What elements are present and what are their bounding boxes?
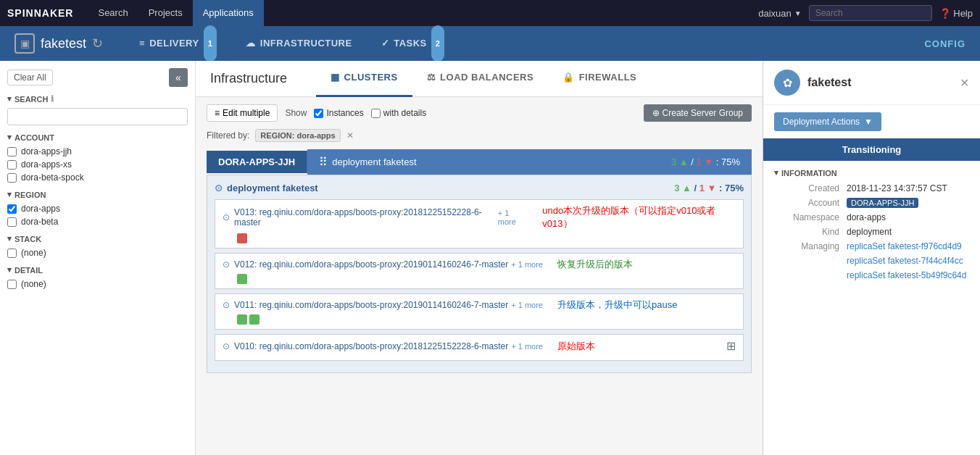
- tasks-badge: 2: [431, 25, 445, 62]
- app-navigation: ▣ faketest ↻ ≡ DELIVERY 1 ☁ INFRASTRUCTU…: [0, 26, 980, 61]
- search-section-toggle[interactable]: ▾: [7, 94, 12, 104]
- sidebar-search-input[interactable]: [7, 108, 188, 125]
- app-name: faketest: [41, 36, 86, 51]
- nav-projects[interactable]: Projects: [138, 0, 193, 26]
- app-icon: ▣: [14, 33, 35, 54]
- info-value-managing-2[interactable]: replicaSet faketest-7f44c4f4cc: [847, 256, 963, 266]
- refresh-icon[interactable]: ↻: [92, 36, 103, 51]
- cluster-tab-dora-apps-jjh[interactable]: DORA-APPS-JJH: [207, 151, 307, 173]
- info-label-managing-2: [774, 256, 839, 266]
- top-navigation: SPINNAKER Search Projects Applications d…: [0, 0, 980, 26]
- info-row-managing-1: Managing replicaSet faketest-f976cd4d9: [774, 241, 969, 251]
- tab-firewalls[interactable]: 🔒 FIREWALLS: [548, 61, 651, 97]
- info-toggle-icon[interactable]: ▾: [774, 168, 778, 178]
- account-item-spock: dora-beta-spock: [7, 172, 188, 183]
- version-row-v010: ⊙ V010: reg.qiniu.com/dora-apps/boots-pr…: [215, 334, 744, 361]
- info-row-account: Account DORA-APPS-JJH: [774, 198, 969, 208]
- help-button[interactable]: ❓ Help: [939, 8, 973, 19]
- region-checkbox-dora-beta[interactable]: [7, 217, 17, 227]
- close-panel-button[interactable]: ✕: [960, 76, 969, 90]
- server-group-name: deployment faketest: [227, 183, 318, 193]
- deployment-actions-button[interactable]: Deployment Actions ▼: [774, 112, 881, 131]
- clear-all-button[interactable]: Clear All: [7, 70, 53, 85]
- transitioning-status-bar: Transitioning: [763, 138, 980, 161]
- detail-section-title: ▾ DETAIL: [7, 265, 188, 275]
- info-value-kind: deployment: [847, 227, 892, 237]
- instances-checkbox[interactable]: [314, 109, 323, 118]
- v012-name[interactable]: V012: reg.qiniu.com/dora-apps/boots-prox…: [234, 259, 508, 270]
- filtered-by-label: Filtered by:: [207, 130, 249, 141]
- with-details-checkbox-label: with details: [371, 108, 426, 118]
- info-value-managing-3[interactable]: replicaSet faketest-5b49f9c64d: [847, 270, 966, 280]
- tab-clusters[interactable]: ▦ CLUSTERS: [316, 61, 412, 97]
- infrastructure-icon: ☁: [246, 26, 256, 61]
- instance-block: [237, 274, 247, 284]
- edit-icon: ≡: [215, 108, 220, 118]
- info-label-managing: Managing: [774, 241, 839, 251]
- info-row-managing-2: replicaSet faketest-7f44c4f4cc: [774, 256, 969, 266]
- region-item-dora-beta: dora-beta: [7, 217, 188, 227]
- delivery-icon: ≡: [139, 26, 145, 61]
- instance-block-2: [249, 314, 259, 325]
- server-group-container: ⊙ deployment faketest 3 ▲ / 1 ▼ : 75%: [207, 175, 752, 373]
- v011-annotation: 升级版本，升级中可以pause: [557, 299, 677, 312]
- page-body: Clear All « ▾ SEARCH ℹ ▾ ACCOUNT dora-ap…: [0, 61, 980, 455]
- account-checkbox-xs[interactable]: [7, 160, 17, 170]
- stats-down: 1 ▼: [696, 156, 715, 167]
- v010-more-link[interactable]: + 1 more: [511, 342, 543, 351]
- create-server-group-button[interactable]: ⊕ Create Server Group: [644, 104, 752, 122]
- collapse-sidebar-button[interactable]: «: [169, 68, 188, 87]
- app-nav-tabs: ≡ DELIVERY 1 ☁ INFRASTRUCTURE ✓ TASKS 2: [125, 26, 924, 61]
- account-toggle[interactable]: ▾: [7, 133, 12, 142]
- filter-remove-icon[interactable]: ✕: [346, 130, 354, 141]
- global-search-input[interactable]: [809, 5, 932, 21]
- cluster-tab-deployment-faketest[interactable]: ⠿ deployment faketest 3 ▲ / 1 ▼ : 75%: [307, 149, 752, 175]
- stack-checkbox-none[interactable]: [7, 249, 17, 258]
- v012-annotation: 恢复升级后的版本: [557, 258, 633, 271]
- v010-icon-btn[interactable]: ⊞: [726, 339, 736, 353]
- filter-bar: Filtered by: REGION: dora-apps ✕: [207, 129, 752, 142]
- deployment-grid-icon: ⠿: [319, 155, 328, 169]
- account-checkbox-spock[interactable]: [7, 173, 17, 183]
- edit-multiple-button[interactable]: ≡ Edit multiple: [207, 104, 278, 122]
- config-button[interactable]: CONFIG: [924, 38, 966, 49]
- v011-name[interactable]: V011: reg.qiniu.com/dora-apps/boots-prox…: [234, 300, 508, 310]
- nav-applications[interactable]: Applications: [193, 0, 264, 26]
- username: daixuan: [758, 8, 792, 19]
- v012-more-link[interactable]: + 1 more: [511, 260, 543, 269]
- tab-delivery[interactable]: ≡ DELIVERY 1: [125, 26, 231, 61]
- account-checkbox-jjh[interactable]: [7, 147, 17, 156]
- tab-tasks[interactable]: ✓ TASKS 2: [367, 26, 460, 61]
- instance-block-1: [237, 314, 247, 325]
- v013-more-link[interactable]: + 1 more: [498, 209, 528, 226]
- stack-toggle[interactable]: ▾: [7, 234, 12, 243]
- user-menu[interactable]: daixuan ▼: [758, 8, 801, 19]
- with-details-checkbox[interactable]: [371, 109, 381, 118]
- detail-toggle[interactable]: ▾: [7, 265, 12, 275]
- deployment-name: ⠿ deployment faketest: [319, 155, 416, 169]
- region-toggle[interactable]: ▾: [7, 190, 12, 199]
- v013-instances: [223, 233, 736, 243]
- v013-icon: ⊙: [223, 212, 230, 222]
- v013-name[interactable]: V013: reg.qiniu.com/dora-apps/boots-prox…: [234, 207, 495, 228]
- right-panel: ✿ faketest ✕ Deployment Actions ▼ Transi…: [763, 61, 980, 455]
- v010-name[interactable]: V010: reg.qiniu.com/dora-apps/boots-prox…: [234, 341, 508, 351]
- instance-block: [237, 233, 247, 243]
- v011-icon: ⊙: [223, 300, 230, 310]
- v011-more-link[interactable]: + 1 more: [511, 301, 543, 309]
- brand-logo: SPINNAKER: [7, 7, 73, 19]
- tab-infrastructure[interactable]: ☁ INFRASTRUCTURE: [231, 26, 366, 61]
- version-row-v011: ⊙ V011: reg.qiniu.com/dora-apps/boots-pr…: [215, 293, 744, 330]
- instances-checkbox-label: Instances: [314, 108, 363, 118]
- info-label-created: Created: [774, 183, 839, 193]
- detail-checkbox-none[interactable]: [7, 280, 17, 289]
- region-checkbox-dora-apps[interactable]: [7, 204, 17, 214]
- info-value-managing-1[interactable]: replicaSet faketest-f976cd4d9: [847, 241, 962, 251]
- info-label-namespace: Namespace: [774, 212, 839, 222]
- infrastructure-tabs: ▦ CLUSTERS ⚖ LOAD BALANCERS 🔒 FIREWALLS: [316, 61, 651, 97]
- nav-search[interactable]: Search: [88, 0, 138, 26]
- info-section: ▾ INFORMATION Created 2018-11-23 14:37:5…: [763, 161, 980, 292]
- tab-load-balancers[interactable]: ⚖ LOAD BALANCERS: [412, 61, 549, 97]
- server-group-icon: ⊙: [215, 183, 223, 193]
- search-section-title: ▾ SEARCH ℹ: [7, 94, 188, 104]
